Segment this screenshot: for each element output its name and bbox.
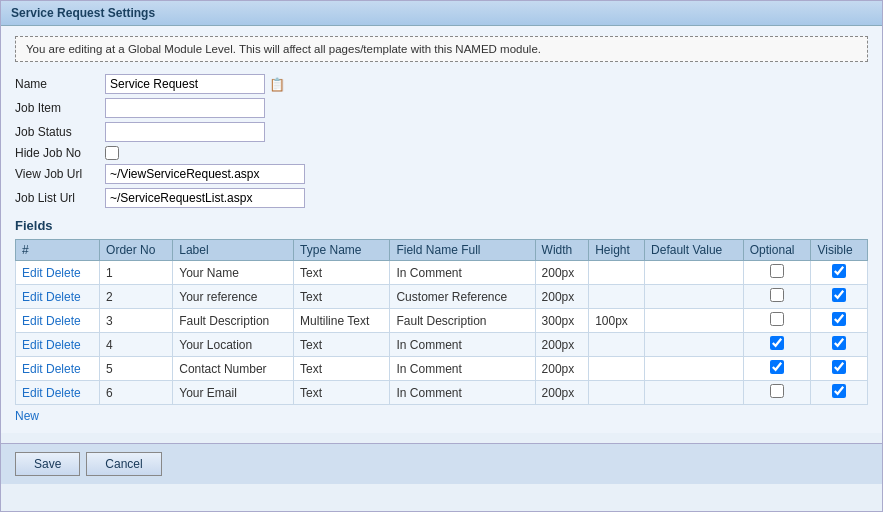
row-height — [589, 381, 645, 405]
row-height — [589, 285, 645, 309]
visible-checkbox[interactable] — [832, 312, 846, 326]
row-height — [589, 261, 645, 285]
delete-link[interactable]: Delete — [46, 338, 81, 352]
row-order-no: 5 — [100, 357, 173, 381]
footer-bar: Save Cancel — [1, 443, 882, 484]
row-default-value — [645, 357, 744, 381]
job-item-label: Job Item — [15, 101, 105, 115]
visible-checkbox[interactable] — [832, 384, 846, 398]
edit-link[interactable]: Edit — [22, 338, 43, 352]
name-input-wrap: 📋 — [105, 74, 285, 94]
view-job-url-row: View Job Url — [15, 164, 868, 184]
row-visible-cell — [811, 333, 868, 357]
optional-checkbox[interactable] — [770, 360, 784, 374]
name-input[interactable] — [105, 74, 265, 94]
optional-checkbox[interactable] — [770, 264, 784, 278]
row-optional-cell — [743, 333, 811, 357]
row-visible-cell — [811, 381, 868, 405]
job-status-row: Job Status — [15, 122, 868, 142]
main-window: Service Request Settings You are editing… — [0, 0, 883, 512]
col-visible: Visible — [811, 240, 868, 261]
row-label: Fault Description — [173, 309, 294, 333]
row-actions-cell: Edit Delete — [16, 357, 100, 381]
optional-checkbox[interactable] — [770, 336, 784, 350]
edit-link[interactable]: Edit — [22, 266, 43, 280]
row-field-name-full: In Comment — [390, 261, 535, 285]
col-order-no: Order No — [100, 240, 173, 261]
table-row: Edit Delete1Your NameTextIn Comment200px — [16, 261, 868, 285]
form-section: Name 📋 Job Item Job Status Hide Job No — [15, 74, 868, 208]
fields-section-title: Fields — [15, 218, 868, 233]
row-default-value — [645, 285, 744, 309]
edit-link[interactable]: Edit — [22, 314, 43, 328]
row-order-no: 1 — [100, 261, 173, 285]
hide-job-no-checkbox[interactable] — [105, 146, 119, 160]
cancel-button[interactable]: Cancel — [86, 452, 161, 476]
job-status-input[interactable] — [105, 122, 265, 142]
row-type-name: Text — [294, 381, 390, 405]
window-title: Service Request Settings — [1, 1, 882, 26]
row-field-name-full: In Comment — [390, 357, 535, 381]
col-hash: # — [16, 240, 100, 261]
row-optional-cell — [743, 285, 811, 309]
row-width: 200px — [535, 333, 589, 357]
row-label: Your Email — [173, 381, 294, 405]
visible-checkbox[interactable] — [832, 264, 846, 278]
job-list-url-label: Job List Url — [15, 191, 105, 205]
copy-icon[interactable]: 📋 — [269, 77, 285, 92]
new-link[interactable]: New — [15, 409, 39, 423]
row-order-no: 4 — [100, 333, 173, 357]
delete-link[interactable]: Delete — [46, 386, 81, 400]
edit-link[interactable]: Edit — [22, 386, 43, 400]
row-type-name: Multiline Text — [294, 309, 390, 333]
row-optional-cell — [743, 261, 811, 285]
window-body: You are editing at a Global Module Level… — [1, 26, 882, 433]
delete-link[interactable]: Delete — [46, 362, 81, 376]
optional-checkbox[interactable] — [770, 288, 784, 302]
optional-checkbox[interactable] — [770, 312, 784, 326]
table-row: Edit Delete6Your EmailTextIn Comment200p… — [16, 381, 868, 405]
row-type-name: Text — [294, 357, 390, 381]
row-width: 300px — [535, 309, 589, 333]
delete-link[interactable]: Delete — [46, 266, 81, 280]
visible-checkbox[interactable] — [832, 360, 846, 374]
delete-link[interactable]: Delete — [46, 290, 81, 304]
row-default-value — [645, 381, 744, 405]
row-type-name: Text — [294, 333, 390, 357]
row-field-name-full: In Comment — [390, 333, 535, 357]
row-actions-cell: Edit Delete — [16, 309, 100, 333]
row-default-value — [645, 333, 744, 357]
row-label: Contact Number — [173, 357, 294, 381]
job-list-url-row: Job List Url — [15, 188, 868, 208]
row-label: Your reference — [173, 285, 294, 309]
row-type-name: Text — [294, 261, 390, 285]
view-job-url-label: View Job Url — [15, 167, 105, 181]
row-label: Your Location — [173, 333, 294, 357]
col-height: Height — [589, 240, 645, 261]
edit-link[interactable]: Edit — [22, 290, 43, 304]
hide-job-no-label: Hide Job No — [15, 146, 105, 160]
row-height — [589, 357, 645, 381]
save-button[interactable]: Save — [15, 452, 80, 476]
row-height — [589, 333, 645, 357]
table-row: Edit Delete2Your referenceTextCustomer R… — [16, 285, 868, 309]
row-order-no: 6 — [100, 381, 173, 405]
optional-checkbox[interactable] — [770, 384, 784, 398]
edit-link[interactable]: Edit — [22, 362, 43, 376]
name-label: Name — [15, 77, 105, 91]
row-visible-cell — [811, 309, 868, 333]
row-width: 200px — [535, 285, 589, 309]
table-row: Edit Delete3Fault DescriptionMultiline T… — [16, 309, 868, 333]
row-width: 200px — [535, 357, 589, 381]
view-job-url-input[interactable] — [105, 164, 305, 184]
row-actions-cell: Edit Delete — [16, 285, 100, 309]
job-list-url-input[interactable] — [105, 188, 305, 208]
job-item-input[interactable] — [105, 98, 265, 118]
fields-table: # Order No Label Type Name Field Name Fu… — [15, 239, 868, 405]
delete-link[interactable]: Delete — [46, 314, 81, 328]
row-visible-cell — [811, 357, 868, 381]
row-optional-cell — [743, 381, 811, 405]
visible-checkbox[interactable] — [832, 336, 846, 350]
row-optional-cell — [743, 309, 811, 333]
visible-checkbox[interactable] — [832, 288, 846, 302]
